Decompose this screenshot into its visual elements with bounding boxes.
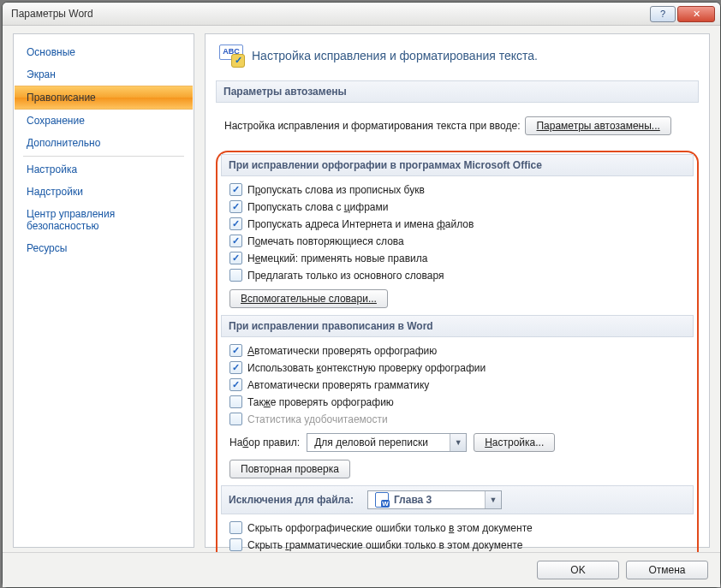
dialog-window: Параметры Word ? ✕ Основные Экран Правоп… <box>2 2 721 588</box>
cancel-button[interactable]: Отмена <box>626 561 708 579</box>
checkbox-label: Статистика удобочитаемости <box>247 413 388 425</box>
checkbox[interactable] <box>229 521 242 534</box>
spellcheck-icon: ABC✓ <box>219 45 243 67</box>
sidebar-separator <box>23 156 184 157</box>
chevron-down-icon: ▼ <box>485 491 501 508</box>
checkbox[interactable] <box>229 183 242 196</box>
office-option-5[interactable]: Предлагать только из основного словаря <box>229 269 687 282</box>
checkbox-label: Пропускать адреса Интернета и имена файл… <box>247 218 474 230</box>
close-button[interactable]: ✕ <box>677 6 715 22</box>
recheck-button[interactable]: Повторная проверка <box>229 460 350 478</box>
checkbox[interactable] <box>229 361 242 374</box>
titlebar: Параметры Word ? ✕ <box>3 3 720 26</box>
office-option-1[interactable]: Пропускать слова с цифрами <box>229 200 687 213</box>
main-panel: ABC✓ Настройка исправления и форматирова… <box>205 33 710 548</box>
checkbox-label: Также проверять орфографию <box>247 396 394 408</box>
checkbox[interactable] <box>229 395 242 408</box>
page-heading: ABC✓ Настройка исправления и форматирова… <box>216 43 699 74</box>
sidebar: Основные Экран Правописание Сохранение Д… <box>13 33 194 548</box>
autocorrect-description: Настройка исправления и форматирования т… <box>224 120 520 132</box>
sidebar-item-customize[interactable]: Настройка <box>15 158 193 181</box>
word-option-4[interactable]: Статистика удобочитаемости <box>229 413 687 425</box>
ruleset-label: Набор правил: <box>229 437 300 448</box>
custom-dictionaries-button[interactable]: Вспомогательные словари... <box>229 289 388 308</box>
checkbox-label: Автоматически проверять орфографию <box>247 345 437 357</box>
checkbox-label: Помечать повторяющиеся слова <box>247 235 404 247</box>
chevron-down-icon: ▼ <box>450 434 466 451</box>
checkbox-label: Пропускать слова с цифрами <box>247 201 389 213</box>
sidebar-item-advanced[interactable]: Дополнительно <box>15 132 193 154</box>
checkbox-label: Пропускать слова из прописных букв <box>247 184 425 196</box>
help-button[interactable]: ? <box>650 6 676 22</box>
checkbox[interactable] <box>229 217 242 230</box>
checkbox-label: Скрыть грамматические ошибки только в эт… <box>247 539 522 551</box>
checkbox[interactable] <box>229 538 242 551</box>
checkbox[interactable] <box>229 200 242 213</box>
office-option-3[interactable]: Помечать повторяющиеся слова <box>229 235 687 247</box>
checkbox-label: Немецкий: применять новые правила <box>247 252 427 264</box>
autocorrect-options-button[interactable]: Параметры автозамены... <box>525 116 670 135</box>
ruleset-settings-button[interactable]: Настройка... <box>474 433 555 452</box>
ruleset-value: Для деловой переписки <box>307 437 450 448</box>
office-option-0[interactable]: Пропускать слова из прописных букв <box>229 183 687 196</box>
checkbox[interactable] <box>229 235 242 247</box>
office-option-2[interactable]: Пропускать адреса Интернета и имена файл… <box>229 217 687 230</box>
sidebar-item-general[interactable]: Основные <box>15 41 193 63</box>
word-option-0[interactable]: Автоматически проверять орфографию <box>229 344 687 357</box>
sidebar-item-trust-center[interactable]: Центр управления безопасностью <box>15 203 193 237</box>
exception-option-1[interactable]: Скрыть грамматические ошибки только в эт… <box>229 538 687 551</box>
highlighted-region: При исправлении орфографии в программах … <box>216 151 699 568</box>
exceptions-label: Исключения для файла: <box>229 494 354 506</box>
sidebar-item-addins[interactable]: Надстройки <box>15 181 193 203</box>
checkbox[interactable] <box>229 378 242 391</box>
dialog-footer: OK Отмена <box>3 552 720 587</box>
word-document-icon <box>375 492 389 508</box>
word-option-2[interactable]: Автоматически проверять грамматику <box>229 378 687 391</box>
sidebar-item-display[interactable]: Экран <box>15 63 193 86</box>
checkbox-label: Использовать контекстную проверку орфогр… <box>247 362 486 374</box>
checkbox-label: Скрыть орфографические ошибки только в э… <box>247 522 533 534</box>
sidebar-item-save[interactable]: Сохранение <box>15 110 193 132</box>
word-option-3[interactable]: Также проверять орфографию <box>229 395 687 408</box>
window-title: Параметры Word <box>11 8 648 20</box>
exceptions-file-select[interactable]: Глава 3 ▼ <box>367 490 502 509</box>
checkbox[interactable] <box>229 269 242 282</box>
group-header-exceptions: Исключения для файла: Глава 3 ▼ <box>221 485 694 514</box>
ruleset-select[interactable]: Для деловой переписки▼ <box>307 433 467 452</box>
checkbox-label: Предлагать только из основного словаря <box>247 270 444 282</box>
checkbox-label: Автоматически проверять грамматику <box>247 379 429 391</box>
sidebar-item-proofing[interactable]: Правописание <box>15 86 193 110</box>
group-header-office-spelling: При исправлении орфографии в программах … <box>221 154 694 176</box>
page-heading-text: Настройка исправления и форматирования т… <box>252 49 538 62</box>
checkbox[interactable] <box>229 252 242 264</box>
group-header-word-proofing: При исправлении правописания в Word <box>221 315 694 337</box>
exceptions-file-value: Глава 3 <box>394 494 432 506</box>
exception-option-0[interactable]: Скрыть орфографические ошибки только в э… <box>229 521 687 534</box>
word-option-1[interactable]: Использовать контекстную проверку орфогр… <box>229 361 687 374</box>
sidebar-item-resources[interactable]: Ресурсы <box>15 237 193 259</box>
ok-button[interactable]: OK <box>537 561 619 579</box>
office-option-4[interactable]: Немецкий: применять новые правила <box>229 252 687 264</box>
checkbox[interactable] <box>229 344 242 357</box>
checkbox[interactable] <box>229 413 242 425</box>
group-header-autocorrect: Параметры автозамены <box>216 80 699 103</box>
